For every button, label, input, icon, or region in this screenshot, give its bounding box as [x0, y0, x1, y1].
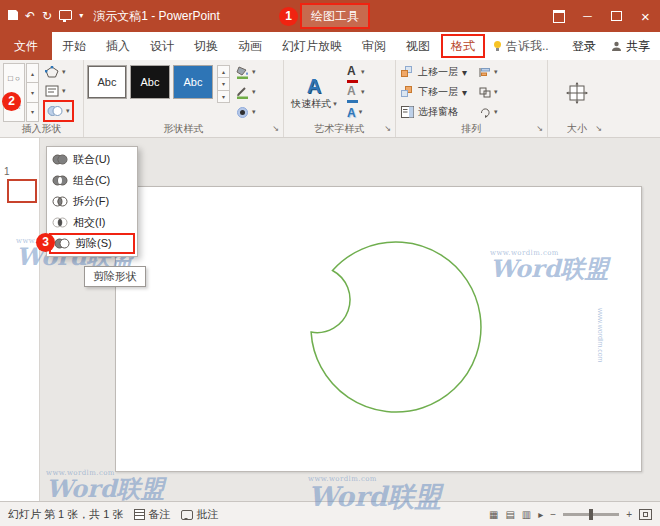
slide-sorter-view-icon[interactable]: ▤ [505, 510, 514, 520]
slide-number: 1 [4, 166, 39, 177]
send-backward-button[interactable]: 下移一层▾ [399, 83, 469, 101]
text-outline-button[interactable]: A ▾ [345, 83, 367, 101]
gallery-down-icon[interactable]: ▾ [26, 83, 39, 102]
group-wordart-styles: A 快速样式▾ A ▾ A ▾ A ▾ [284, 60, 396, 137]
wordart-dialog-launcher[interactable]: ↘ [381, 122, 394, 135]
tell-me-label: 告诉我.. [506, 38, 549, 55]
ribbon: □ ○ △ ☆ ▴ ▾ ▾ ▾ [0, 60, 660, 138]
text-effects-button[interactable]: A ▾ [345, 103, 367, 121]
comments-toggle[interactable]: 批注 [181, 507, 219, 522]
merge-shapes-icon [47, 105, 63, 117]
shapes-gallery-scroll: ▴ ▾ ▾ [26, 63, 39, 122]
tab-view[interactable]: 视图 [396, 32, 440, 60]
size-dialog-launcher[interactable]: ↘ [592, 122, 605, 135]
gallery-down-icon[interactable]: ▾ [217, 78, 230, 90]
slideshow-view-icon[interactable]: ▸ [538, 510, 543, 520]
save-icon[interactable] [8, 10, 18, 22]
redo-icon[interactable]: ↻ [42, 10, 52, 22]
text-outline-icon: A [347, 81, 358, 103]
edit-shape-button[interactable]: ▾ [43, 63, 74, 81]
shape-style-swatch-1[interactable]: Abc [87, 65, 127, 99]
undo-icon[interactable]: ↶ [25, 10, 35, 22]
powerpoint-window: ↶ ↻ ▾ 演示文稿1 - PowerPoint ─ × 绘图工具 文件 开始 … [0, 0, 660, 526]
menu-item-fragment[interactable]: 拆分(F) [49, 191, 135, 212]
annotation-step-1: 1 [279, 7, 298, 26]
fragment-icon [52, 195, 68, 208]
wordart-a-icon: A [307, 75, 321, 97]
merged-shape[interactable] [116, 187, 641, 471]
zoom-out-icon[interactable]: − [550, 510, 556, 520]
text-fill-icon: A [347, 61, 358, 83]
tab-review[interactable]: 审阅 [352, 32, 396, 60]
tab-insert[interactable]: 插入 [96, 32, 140, 60]
selection-pane-button[interactable]: 选择窗格 [399, 103, 469, 121]
tab-slideshow[interactable]: 幻灯片放映 [272, 32, 352, 60]
close-button[interactable]: × [631, 0, 660, 32]
notes-toggle[interactable]: 备注 [134, 507, 171, 522]
normal-view-icon[interactable]: ▦ [489, 510, 498, 520]
contextual-tab-drawing-tools[interactable]: 绘图工具 [300, 3, 370, 29]
fit-slide-to-window-icon[interactable] [639, 509, 652, 520]
gallery-more-icon[interactable]: ▾ [26, 103, 39, 122]
shape-style-swatch-3[interactable]: Abc [173, 65, 213, 99]
tab-design[interactable]: 设计 [140, 32, 184, 60]
gallery-up-icon[interactable]: ▴ [217, 65, 230, 78]
shape-style-swatch-2[interactable]: Abc [130, 65, 170, 99]
share-button[interactable]: 共享 [611, 38, 650, 55]
text-box-button[interactable]: ▾ [43, 82, 74, 100]
notes-icon [134, 509, 145, 520]
size-button[interactable] [566, 82, 588, 104]
person-icon [611, 41, 622, 52]
gallery-up-icon[interactable]: ▴ [26, 63, 39, 83]
slide[interactable] [115, 186, 642, 472]
tab-animations[interactable]: 动画 [228, 32, 272, 60]
menu-item-union[interactable]: 联合(U) [49, 149, 135, 170]
ribbon-tab-row: 文件 开始 插入 设计 切换 动画 幻灯片放映 审阅 视图 格式 告诉我.. 登… [0, 32, 660, 60]
window-title: 演示文稿1 - PowerPoint [93, 8, 220, 25]
shape-fill-icon [236, 66, 249, 79]
zoom-slider-thumb[interactable] [589, 509, 593, 520]
shape-outline-icon [236, 86, 249, 99]
reading-view-icon[interactable]: ▥ [522, 510, 531, 520]
start-slideshow-icon[interactable] [59, 10, 72, 22]
menu-item-intersect[interactable]: 相交(I) [49, 212, 135, 233]
arrange-dialog-launcher[interactable]: ↘ [533, 122, 546, 135]
tab-home[interactable]: 开始 [52, 32, 96, 60]
size-icon [566, 82, 588, 104]
annotation-step-3: 3 [36, 233, 55, 252]
align-button[interactable]: ▾ [477, 63, 500, 81]
window-controls: ─ × [544, 0, 660, 32]
send-backward-icon [401, 86, 414, 98]
group-arrange: 上移一层▾ 下移一层▾ [396, 60, 548, 137]
slide-thumbnail[interactable] [7, 179, 37, 203]
minimize-button[interactable]: ─ [573, 0, 602, 32]
shape-styles-dialog-launcher[interactable]: ↘ [269, 122, 282, 135]
quick-styles-button[interactable]: A 快速样式▾ [287, 63, 341, 122]
bring-forward-button[interactable]: 上移一层▾ [399, 63, 469, 81]
maximize-button[interactable] [602, 0, 631, 32]
zoom-slider[interactable] [563, 513, 619, 516]
ribbon-display-options-button[interactable] [544, 0, 573, 32]
gallery-more-icon[interactable]: ▾ [217, 91, 230, 103]
shape-fill-button[interactable]: ▾ [234, 63, 258, 81]
tab-format-active[interactable]: 格式 [441, 34, 485, 58]
tab-transitions[interactable]: 切换 [184, 32, 228, 60]
style-gallery-scroll: ▴ ▾ ▾ [217, 65, 230, 103]
shape-effects-button[interactable]: ▾ [234, 103, 258, 121]
menu-item-combine[interactable]: 组合(C) [49, 170, 135, 191]
rotate-button[interactable]: ▾ [477, 103, 500, 121]
tab-file[interactable]: 文件 [0, 32, 52, 60]
rect-shape-icon[interactable]: □ ○ [8, 74, 20, 83]
merge-shapes-button[interactable]: ▾ [43, 100, 74, 122]
group-label-insert-shapes: 插入形状 [0, 122, 83, 136]
tell-me-box[interactable]: 告诉我.. [486, 38, 555, 55]
zoom-in-icon[interactable]: + [626, 510, 632, 520]
qat-dropdown-icon[interactable]: ▾ [79, 12, 83, 20]
group-objects-button[interactable]: ▾ [477, 83, 500, 101]
text-fill-button[interactable]: A ▾ [345, 63, 367, 81]
text-effects-icon: A [347, 103, 356, 121]
sign-in-link[interactable]: 登录 [572, 38, 596, 55]
slides-thumbnail-panel: 1 [0, 138, 40, 501]
menu-item-subtract[interactable]: 剪除(S) [49, 233, 135, 254]
shape-outline-button[interactable]: ▾ [234, 83, 258, 101]
